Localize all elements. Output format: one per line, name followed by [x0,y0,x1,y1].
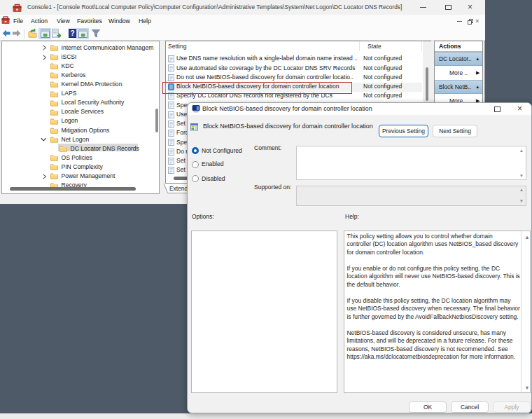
svg-text:?: ? [70,29,74,37]
